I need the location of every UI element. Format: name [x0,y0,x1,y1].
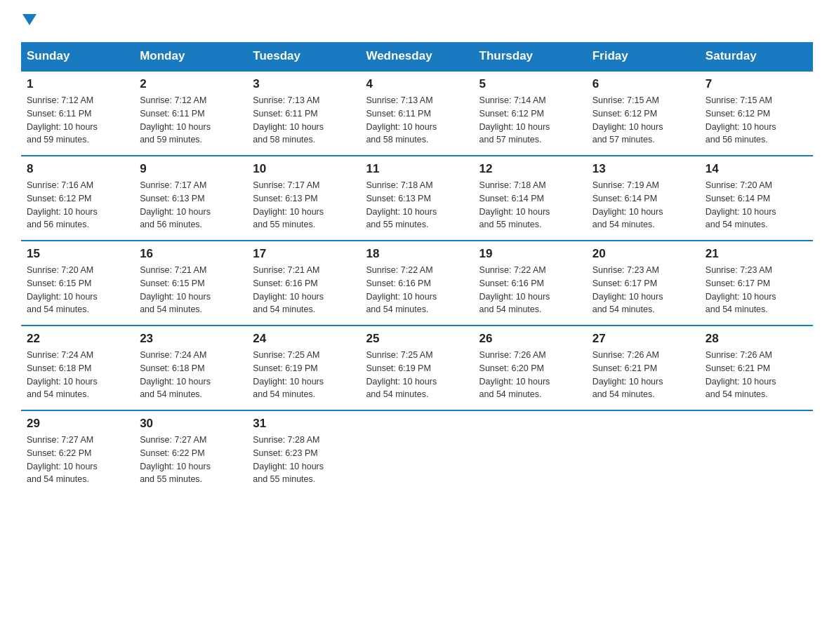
day-info: Sunrise: 7:13 AMSunset: 6:11 PMDaylight:… [366,94,468,147]
calendar-day-cell: 7 Sunrise: 7:15 AMSunset: 6:12 PMDayligh… [700,71,813,156]
day-number: 3 [253,77,355,91]
day-number: 1 [27,77,128,91]
day-info: Sunrise: 7:24 AMSunset: 6:18 PMDaylight:… [140,349,241,401]
day-info: Sunrise: 7:27 AMSunset: 6:22 PMDaylight:… [140,434,241,486]
calendar-empty-cell [700,410,813,495]
day-number: 23 [140,332,241,346]
calendar-day-cell: 30 Sunrise: 7:27 AMSunset: 6:22 PMDaylig… [134,410,247,495]
day-number: 28 [706,332,807,346]
col-header-wednesday: Wednesday [360,42,473,71]
calendar-empty-cell [360,410,473,495]
day-number: 16 [140,247,241,261]
day-number: 18 [366,247,468,261]
calendar-day-cell: 4 Sunrise: 7:13 AMSunset: 6:11 PMDayligh… [360,71,473,156]
calendar-day-cell: 19 Sunrise: 7:22 AMSunset: 6:16 PMDaylig… [474,241,587,326]
logo [21,14,37,28]
day-info: Sunrise: 7:20 AMSunset: 6:14 PMDaylight:… [706,179,807,232]
day-number: 26 [479,332,581,346]
day-info: Sunrise: 7:24 AMSunset: 6:18 PMDaylight:… [27,349,128,401]
day-number: 6 [593,77,694,91]
calendar-table: SundayMondayTuesdayWednesdayThursdayFrid… [21,42,813,495]
day-number: 22 [27,332,128,346]
calendar-day-cell: 25 Sunrise: 7:25 AMSunset: 6:19 PMDaylig… [360,326,473,410]
day-info: Sunrise: 7:20 AMSunset: 6:15 PMDaylight:… [27,264,128,316]
day-info: Sunrise: 7:23 AMSunset: 6:17 PMDaylight:… [593,264,694,316]
calendar-day-cell: 26 Sunrise: 7:26 AMSunset: 6:20 PMDaylig… [474,326,587,410]
logo-arrow-icon [22,14,37,25]
day-number: 27 [593,332,694,346]
day-number: 8 [27,162,128,176]
day-number: 24 [253,332,355,346]
calendar-day-cell: 18 Sunrise: 7:22 AMSunset: 6:16 PMDaylig… [360,241,473,326]
calendar-day-cell: 29 Sunrise: 7:27 AMSunset: 6:22 PMDaylig… [21,410,134,495]
calendar-day-cell: 28 Sunrise: 7:26 AMSunset: 6:21 PMDaylig… [700,326,813,410]
day-info: Sunrise: 7:25 AMSunset: 6:19 PMDaylight:… [366,349,468,401]
day-number: 17 [253,247,355,261]
day-number: 7 [706,77,807,91]
day-number: 25 [366,332,468,346]
calendar-day-cell: 10 Sunrise: 7:17 AMSunset: 6:13 PMDaylig… [247,156,360,241]
day-number: 13 [593,162,694,176]
calendar-day-cell: 1 Sunrise: 7:12 AMSunset: 6:11 PMDayligh… [21,71,134,156]
day-number: 20 [593,247,694,261]
day-info: Sunrise: 7:26 AMSunset: 6:21 PMDaylight:… [706,349,807,401]
day-number: 15 [27,247,128,261]
col-header-tuesday: Tuesday [247,42,360,71]
day-info: Sunrise: 7:27 AMSunset: 6:22 PMDaylight:… [27,434,128,486]
day-info: Sunrise: 7:23 AMSunset: 6:17 PMDaylight:… [706,264,807,316]
day-info: Sunrise: 7:21 AMSunset: 6:15 PMDaylight:… [140,264,241,316]
calendar-day-cell: 9 Sunrise: 7:17 AMSunset: 6:13 PMDayligh… [134,156,247,241]
col-header-monday: Monday [134,42,247,71]
day-info: Sunrise: 7:28 AMSunset: 6:23 PMDaylight:… [253,434,355,486]
day-info: Sunrise: 7:17 AMSunset: 6:13 PMDaylight:… [253,179,355,232]
day-info: Sunrise: 7:13 AMSunset: 6:11 PMDaylight:… [253,94,355,147]
day-number: 5 [479,77,581,91]
day-info: Sunrise: 7:19 AMSunset: 6:14 PMDaylight:… [593,179,694,232]
day-info: Sunrise: 7:16 AMSunset: 6:12 PMDaylight:… [27,179,128,232]
calendar-day-cell: 2 Sunrise: 7:12 AMSunset: 6:11 PMDayligh… [134,71,247,156]
col-header-thursday: Thursday [474,42,587,71]
day-number: 14 [706,162,807,176]
day-number: 30 [140,417,241,431]
calendar-day-cell: 17 Sunrise: 7:21 AMSunset: 6:16 PMDaylig… [247,241,360,326]
page-header [21,14,813,28]
day-number: 10 [253,162,355,176]
day-info: Sunrise: 7:17 AMSunset: 6:13 PMDaylight:… [140,179,241,232]
day-info: Sunrise: 7:15 AMSunset: 6:12 PMDaylight:… [593,94,694,147]
day-number: 31 [253,417,355,431]
col-header-saturday: Saturday [700,42,813,71]
calendar-day-cell: 12 Sunrise: 7:18 AMSunset: 6:14 PMDaylig… [474,156,587,241]
day-info: Sunrise: 7:26 AMSunset: 6:20 PMDaylight:… [479,349,581,401]
day-number: 21 [706,247,807,261]
day-number: 9 [140,162,241,176]
calendar-day-cell: 6 Sunrise: 7:15 AMSunset: 6:12 PMDayligh… [587,71,700,156]
day-info: Sunrise: 7:12 AMSunset: 6:11 PMDaylight:… [140,94,241,147]
calendar-day-cell: 13 Sunrise: 7:19 AMSunset: 6:14 PMDaylig… [587,156,700,241]
calendar-day-cell: 14 Sunrise: 7:20 AMSunset: 6:14 PMDaylig… [700,156,813,241]
col-header-sunday: Sunday [21,42,134,71]
day-info: Sunrise: 7:18 AMSunset: 6:13 PMDaylight:… [366,179,468,232]
calendar-day-cell: 20 Sunrise: 7:23 AMSunset: 6:17 PMDaylig… [587,241,700,326]
calendar-day-cell: 21 Sunrise: 7:23 AMSunset: 6:17 PMDaylig… [700,241,813,326]
calendar-day-cell: 5 Sunrise: 7:14 AMSunset: 6:12 PMDayligh… [474,71,587,156]
day-info: Sunrise: 7:12 AMSunset: 6:11 PMDaylight:… [27,94,128,147]
day-info: Sunrise: 7:21 AMSunset: 6:16 PMDaylight:… [253,264,355,316]
col-header-friday: Friday [587,42,700,71]
calendar-empty-cell [474,410,587,495]
day-number: 29 [27,417,128,431]
calendar-day-cell: 11 Sunrise: 7:18 AMSunset: 6:13 PMDaylig… [360,156,473,241]
day-number: 12 [479,162,581,176]
calendar-week-row: 29 Sunrise: 7:27 AMSunset: 6:22 PMDaylig… [21,410,813,495]
calendar-day-cell: 23 Sunrise: 7:24 AMSunset: 6:18 PMDaylig… [134,326,247,410]
calendar-week-row: 8 Sunrise: 7:16 AMSunset: 6:12 PMDayligh… [21,156,813,241]
calendar-empty-cell [587,410,700,495]
day-number: 11 [366,162,468,176]
day-info: Sunrise: 7:18 AMSunset: 6:14 PMDaylight:… [479,179,581,232]
calendar-day-cell: 31 Sunrise: 7:28 AMSunset: 6:23 PMDaylig… [247,410,360,495]
day-number: 2 [140,77,241,91]
calendar-day-cell: 16 Sunrise: 7:21 AMSunset: 6:15 PMDaylig… [134,241,247,326]
calendar-day-cell: 27 Sunrise: 7:26 AMSunset: 6:21 PMDaylig… [587,326,700,410]
day-info: Sunrise: 7:25 AMSunset: 6:19 PMDaylight:… [253,349,355,401]
day-info: Sunrise: 7:22 AMSunset: 6:16 PMDaylight:… [479,264,581,316]
day-info: Sunrise: 7:15 AMSunset: 6:12 PMDaylight:… [706,94,807,147]
